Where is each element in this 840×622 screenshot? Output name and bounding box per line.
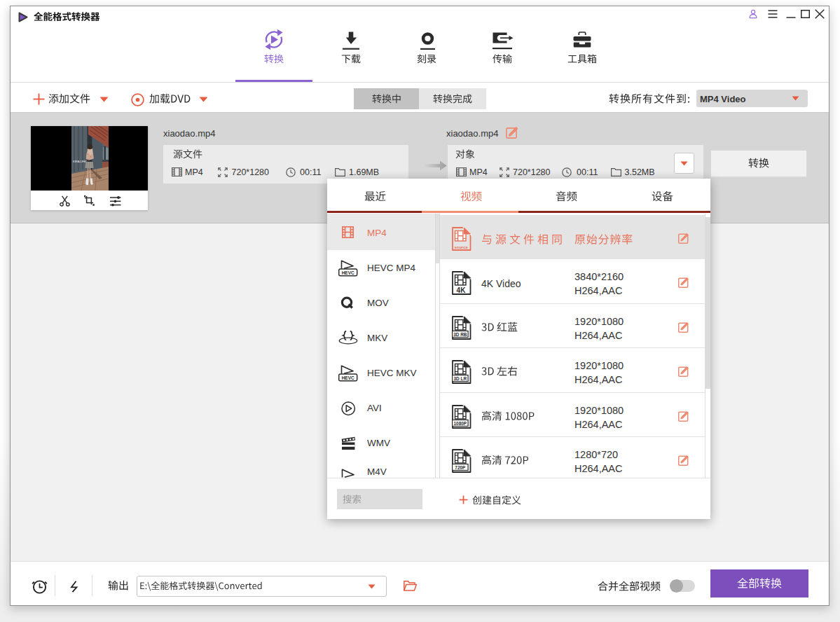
svg-text:source: source	[454, 245, 468, 249]
svg-text:HEVC: HEVC	[342, 270, 354, 275]
svg-text:3D LR: 3D LR	[454, 376, 467, 381]
svg-text:3D RB: 3D RB	[453, 332, 467, 337]
svg-text:KIRA LIFE: KIRA LIFE	[73, 160, 86, 163]
svg-text:720P: 720P	[455, 465, 466, 470]
svg-text:4K: 4K	[457, 286, 467, 294]
svg-text:HEVC: HEVC	[342, 375, 354, 380]
svg-text:1080P: 1080P	[454, 421, 467, 426]
